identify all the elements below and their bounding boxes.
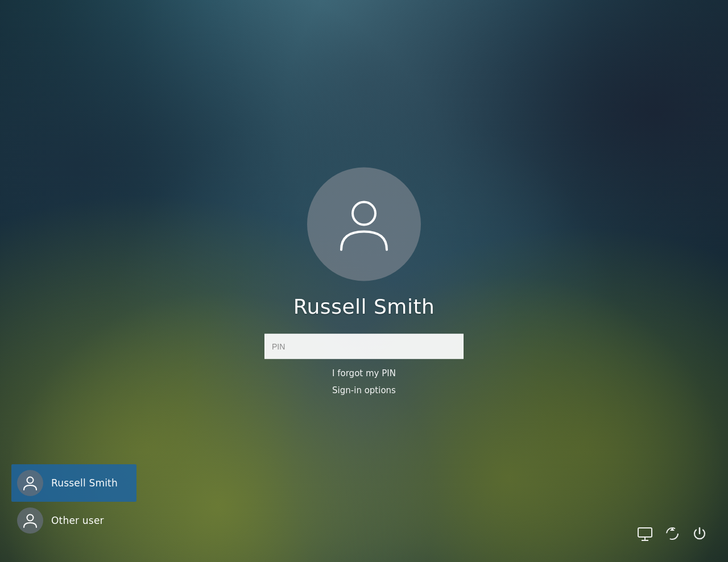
avatar-icon [333,193,395,255]
power-icon[interactable] [692,526,708,542]
user-name-other: Other user [51,515,104,526]
svg-point-0 [353,202,375,224]
system-icons-bar [637,526,708,542]
username-display: Russell Smith [293,294,435,318]
user-name-russell: Russell Smith [51,477,118,489]
user-item-russell[interactable]: Russell Smith [11,464,136,502]
svg-rect-3 [638,528,652,537]
user-avatar-small-other [17,507,43,534]
user-icon-other [22,513,38,528]
user-avatar-small-russell [17,470,43,496]
network-icon[interactable] [664,526,680,542]
user-icon-russell [22,475,38,491]
user-avatar [307,167,421,281]
accessibility-icon[interactable] [637,526,653,542]
user-item-other[interactable]: Other user [11,502,136,539]
pin-input[interactable] [264,334,464,359]
sign-in-options-link[interactable]: Sign-in options [332,385,396,395]
user-switcher: Russell Smith Other user [11,464,136,539]
svg-point-1 [27,477,34,484]
login-panel: Russell Smith I forgot my PIN Sign-in op… [264,167,464,395]
forgot-pin-link[interactable]: I forgot my PIN [332,368,396,378]
svg-point-2 [27,515,34,521]
